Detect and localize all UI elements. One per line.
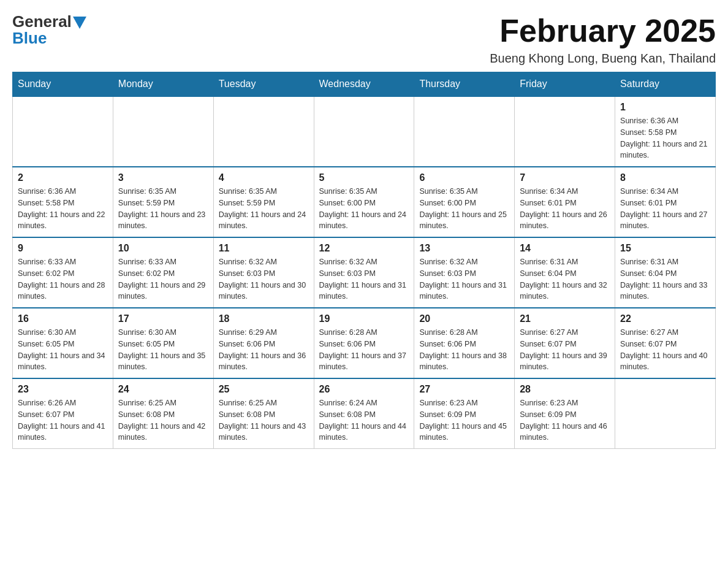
day-info: Sunrise: 6:27 AMSunset: 6:07 PMDaylight:… <box>620 327 710 373</box>
calendar-header-row: Sunday Monday Tuesday Wednesday Thursday… <box>13 72 716 97</box>
table-row <box>414 96 515 167</box>
day-number: 25 <box>219 384 309 395</box>
day-info: Sunrise: 6:32 AMSunset: 6:03 PMDaylight:… <box>419 256 509 302</box>
table-row: 14Sunrise: 6:31 AMSunset: 6:04 PMDayligh… <box>515 237 615 308</box>
day-number: 1 <box>620 102 710 113</box>
table-row: 24Sunrise: 6:25 AMSunset: 6:08 PMDayligh… <box>113 378 213 449</box>
day-number: 27 <box>419 384 509 395</box>
table-row: 17Sunrise: 6:30 AMSunset: 6:05 PMDayligh… <box>113 308 213 378</box>
header-wednesday: Wednesday <box>314 72 414 97</box>
day-info: Sunrise: 6:30 AMSunset: 6:05 PMDaylight:… <box>118 327 208 373</box>
calendar-week-row: 2Sunrise: 6:36 AMSunset: 5:58 PMDaylight… <box>13 167 716 237</box>
table-row: 26Sunrise: 6:24 AMSunset: 6:08 PMDayligh… <box>314 378 414 449</box>
table-row: 23Sunrise: 6:26 AMSunset: 6:07 PMDayligh… <box>13 378 113 449</box>
table-row: 25Sunrise: 6:25 AMSunset: 6:08 PMDayligh… <box>213 378 314 449</box>
calendar-week-row: 16Sunrise: 6:30 AMSunset: 6:05 PMDayligh… <box>13 308 716 378</box>
day-info: Sunrise: 6:26 AMSunset: 6:07 PMDaylight:… <box>18 397 108 443</box>
table-row: 3Sunrise: 6:35 AMSunset: 5:59 PMDaylight… <box>113 167 213 237</box>
day-number: 22 <box>620 313 710 324</box>
day-number: 6 <box>419 172 509 183</box>
day-number: 17 <box>118 313 208 324</box>
day-number: 9 <box>18 243 108 254</box>
header-sunday: Sunday <box>13 72 113 97</box>
page-header: General Blue February 2025 Bueng Khong L… <box>12 12 716 66</box>
day-info: Sunrise: 6:33 AMSunset: 6:02 PMDaylight:… <box>118 256 208 302</box>
day-info: Sunrise: 6:27 AMSunset: 6:07 PMDaylight:… <box>520 327 610 373</box>
table-row: 27Sunrise: 6:23 AMSunset: 6:09 PMDayligh… <box>414 378 515 449</box>
day-number: 5 <box>319 172 409 183</box>
table-row <box>13 96 113 167</box>
day-info: Sunrise: 6:25 AMSunset: 6:08 PMDaylight:… <box>219 397 309 443</box>
header-monday: Monday <box>113 72 213 97</box>
table-row <box>113 96 213 167</box>
logo: General Blue <box>12 12 86 48</box>
day-info: Sunrise: 6:31 AMSunset: 6:04 PMDaylight:… <box>520 256 610 302</box>
day-info: Sunrise: 6:25 AMSunset: 6:08 PMDaylight:… <box>118 397 208 443</box>
day-number: 21 <box>520 313 610 324</box>
svg-marker-0 <box>73 17 86 29</box>
day-info: Sunrise: 6:35 AMSunset: 6:00 PMDaylight:… <box>319 186 409 232</box>
day-number: 15 <box>620 243 710 254</box>
table-row <box>213 96 314 167</box>
day-info: Sunrise: 6:32 AMSunset: 6:03 PMDaylight:… <box>219 256 309 302</box>
header-friday: Friday <box>515 72 615 97</box>
table-row: 28Sunrise: 6:23 AMSunset: 6:09 PMDayligh… <box>515 378 615 449</box>
calendar-week-row: 23Sunrise: 6:26 AMSunset: 6:07 PMDayligh… <box>13 378 716 449</box>
day-info: Sunrise: 6:30 AMSunset: 6:05 PMDaylight:… <box>18 327 108 373</box>
day-number: 24 <box>118 384 208 395</box>
day-info: Sunrise: 6:35 AMSunset: 6:00 PMDaylight:… <box>419 186 509 232</box>
day-info: Sunrise: 6:24 AMSunset: 6:08 PMDaylight:… <box>319 397 409 443</box>
table-row <box>314 96 414 167</box>
table-row: 20Sunrise: 6:28 AMSunset: 6:06 PMDayligh… <box>414 308 515 378</box>
table-row: 10Sunrise: 6:33 AMSunset: 6:02 PMDayligh… <box>113 237 213 308</box>
day-number: 8 <box>620 172 710 183</box>
header-tuesday: Tuesday <box>213 72 314 97</box>
day-info: Sunrise: 6:29 AMSunset: 6:06 PMDaylight:… <box>219 327 309 373</box>
table-row <box>615 378 716 449</box>
table-row: 13Sunrise: 6:32 AMSunset: 6:03 PMDayligh… <box>414 237 515 308</box>
day-info: Sunrise: 6:23 AMSunset: 6:09 PMDaylight:… <box>520 397 610 443</box>
day-number: 18 <box>219 313 309 324</box>
day-number: 10 <box>118 243 208 254</box>
day-info: Sunrise: 6:31 AMSunset: 6:04 PMDaylight:… <box>620 256 710 302</box>
day-number: 7 <box>520 172 610 183</box>
day-info: Sunrise: 6:35 AMSunset: 5:59 PMDaylight:… <box>219 186 309 232</box>
day-number: 14 <box>520 243 610 254</box>
table-row: 4Sunrise: 6:35 AMSunset: 5:59 PMDaylight… <box>213 167 314 237</box>
header-thursday: Thursday <box>414 72 515 97</box>
day-number: 12 <box>319 243 409 254</box>
calendar-week-row: 9Sunrise: 6:33 AMSunset: 6:02 PMDaylight… <box>13 237 716 308</box>
table-row: 7Sunrise: 6:34 AMSunset: 6:01 PMDaylight… <box>515 167 615 237</box>
table-row: 6Sunrise: 6:35 AMSunset: 6:00 PMDaylight… <box>414 167 515 237</box>
table-row: 11Sunrise: 6:32 AMSunset: 6:03 PMDayligh… <box>213 237 314 308</box>
day-number: 2 <box>18 172 108 183</box>
day-info: Sunrise: 6:33 AMSunset: 6:02 PMDaylight:… <box>18 256 108 302</box>
day-number: 16 <box>18 313 108 324</box>
logo-triangle-icon <box>73 17 86 29</box>
calendar-table: Sunday Monday Tuesday Wednesday Thursday… <box>12 72 716 449</box>
table-row: 5Sunrise: 6:35 AMSunset: 6:00 PMDaylight… <box>314 167 414 237</box>
day-number: 19 <box>319 313 409 324</box>
title-block: February 2025 Bueng Khong Long, Bueng Ka… <box>490 12 716 66</box>
location: Bueng Khong Long, Bueng Kan, Thailand <box>490 52 716 66</box>
day-info: Sunrise: 6:34 AMSunset: 6:01 PMDaylight:… <box>620 186 710 232</box>
day-info: Sunrise: 6:36 AMSunset: 5:58 PMDaylight:… <box>620 115 710 161</box>
day-info: Sunrise: 6:36 AMSunset: 5:58 PMDaylight:… <box>18 186 108 232</box>
day-info: Sunrise: 6:35 AMSunset: 5:59 PMDaylight:… <box>118 186 208 232</box>
table-row: 12Sunrise: 6:32 AMSunset: 6:03 PMDayligh… <box>314 237 414 308</box>
table-row: 9Sunrise: 6:33 AMSunset: 6:02 PMDaylight… <box>13 237 113 308</box>
table-row: 16Sunrise: 6:30 AMSunset: 6:05 PMDayligh… <box>13 308 113 378</box>
day-number: 20 <box>419 313 509 324</box>
day-number: 11 <box>219 243 309 254</box>
table-row: 18Sunrise: 6:29 AMSunset: 6:06 PMDayligh… <box>213 308 314 378</box>
day-number: 13 <box>419 243 509 254</box>
table-row <box>515 96 615 167</box>
day-info: Sunrise: 6:23 AMSunset: 6:09 PMDaylight:… <box>419 397 509 443</box>
day-info: Sunrise: 6:32 AMSunset: 6:03 PMDaylight:… <box>319 256 409 302</box>
table-row: 21Sunrise: 6:27 AMSunset: 6:07 PMDayligh… <box>515 308 615 378</box>
day-info: Sunrise: 6:28 AMSunset: 6:06 PMDaylight:… <box>319 327 409 373</box>
logo-blue: Blue <box>12 29 47 48</box>
day-number: 26 <box>319 384 409 395</box>
day-number: 4 <box>219 172 309 183</box>
header-saturday: Saturday <box>615 72 716 97</box>
